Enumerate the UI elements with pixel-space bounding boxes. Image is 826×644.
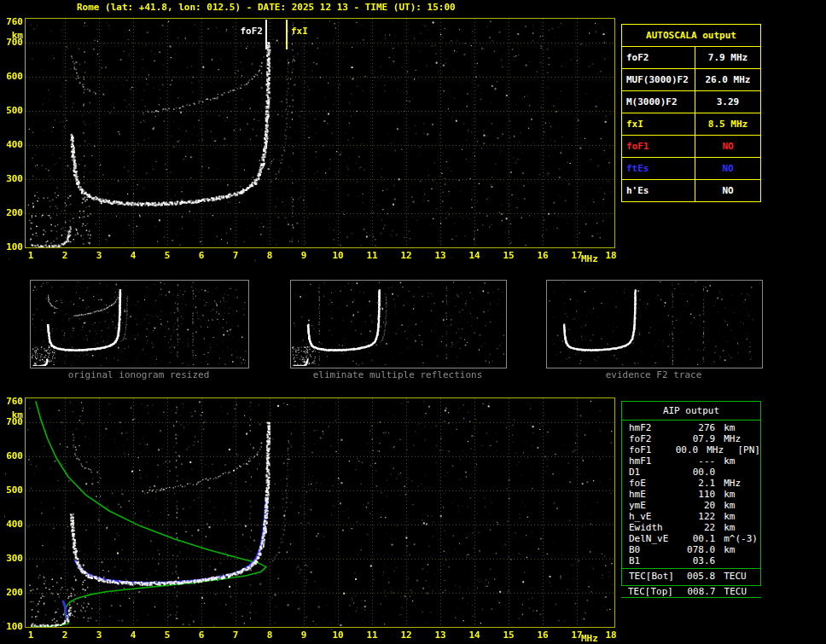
y-tick-label: 400 <box>0 519 23 530</box>
param-value: --- <box>683 455 715 467</box>
param-unit: km <box>715 455 760 467</box>
param-extra: [PN] <box>738 444 761 455</box>
y-tick-label: 700 <box>0 37 23 48</box>
param-unit: TECU <box>716 586 761 597</box>
autoscala-row-fxi: fxI8.5 MHz <box>622 113 760 136</box>
x-tick-label: 14 <box>464 630 485 641</box>
autoscala-row-muf-3000-f2: MUF(3000)F226.0 MHz <box>622 69 760 91</box>
thumb-caption-evidence: evidence F2 trace <box>546 369 761 380</box>
x-tick-label: 11 <box>362 630 382 641</box>
x-tick-label: 2 <box>55 251 75 261</box>
x-tick-label: 15 <box>498 251 519 261</box>
aip-row-tec-top: TEC[Top]008.7TECU <box>621 586 761 597</box>
param-name: foF2 <box>629 433 683 444</box>
param-unit <box>715 555 760 566</box>
x-tick-label: 18 <box>601 630 621 641</box>
x-tick-label: 1 <box>20 630 41 641</box>
param-unit: km <box>715 422 760 433</box>
param-value: 00.0 <box>683 467 715 478</box>
aip-row-fof2: foF207.9MHz <box>622 433 760 444</box>
x-tick-label: 12 <box>396 251 416 261</box>
param-label: foF1 <box>622 136 695 157</box>
aip-row-yme: ymE20km <box>622 500 760 511</box>
thumb-original-canvas <box>31 281 247 366</box>
aip-row-b0: B0078.0km <box>622 544 760 555</box>
top-ionogram-plot <box>25 18 615 248</box>
aip-row-hmf1: hmF1---km <box>622 455 760 467</box>
param-value: NO <box>695 158 760 179</box>
page-title: Rome (lat: +41.8, lon: 012.5) - DATE: 20… <box>77 2 456 13</box>
param-name: TEC[Bot] <box>629 571 683 583</box>
param-unit <box>715 467 760 478</box>
param-value: 110 <box>683 489 715 500</box>
param-value: 2.1 <box>683 478 715 489</box>
thumb-caption-original: original ionogram resized <box>30 369 247 380</box>
param-unit: km <box>715 544 760 555</box>
aip-row-h-ve: h_vE122km <box>622 511 760 522</box>
param-value: 03.6 <box>683 555 715 566</box>
aip-row-b1: B103.6 <box>622 555 760 566</box>
param-name: TEC[Top] <box>628 586 683 597</box>
param-label: foF2 <box>622 47 695 68</box>
param-name: h_vE <box>629 511 683 522</box>
x-tick-label: 17 <box>567 251 587 261</box>
x-tick-label: 8 <box>259 630 280 641</box>
aip-row-hmf2: hmF2276km <box>622 422 760 433</box>
y-tick-label: 200 <box>0 587 23 598</box>
param-name: hmE <box>629 489 683 500</box>
param-unit: km <box>715 500 760 511</box>
param-name: B0 <box>629 544 683 555</box>
y-tick-label: 500 <box>0 484 23 496</box>
aip-row-hme: hmE110km <box>622 489 760 500</box>
foF2-marker-label: foF2 <box>236 26 263 37</box>
x-tick-label: 12 <box>396 630 416 641</box>
param-unit: km <box>715 522 760 533</box>
param-unit: TECU <box>715 571 760 583</box>
aip-table-title: AIP output <box>622 402 760 421</box>
param-name: hmF2 <box>629 422 683 433</box>
autoscala-row-h-es: h'EsNO <box>622 180 760 201</box>
param-value: 8.5 MHz <box>695 113 760 135</box>
x-tick-label: 17 <box>567 630 587 641</box>
autoscala-row-ftes: ftEsNO <box>622 158 760 180</box>
param-value: 078.0 <box>683 544 715 555</box>
param-value: NO <box>695 180 760 201</box>
x-tick-label: 15 <box>498 630 519 641</box>
param-name: DelN_vE <box>629 533 683 544</box>
thumb-evidence-f2 <box>546 280 763 368</box>
x-tick-label: 2 <box>55 630 75 641</box>
autoscala-row-m-3000-f2: M(3000)F23.29 <box>622 91 760 113</box>
aip-row-tec-bot: TEC[Bot]005.8TECU <box>622 568 760 583</box>
param-label: h'Es <box>622 180 695 201</box>
y-tick-label: 700 <box>0 416 23 427</box>
param-unit: MHz <box>715 433 760 444</box>
param-value: 3.29 <box>695 91 760 113</box>
y-tick-label: 600 <box>0 450 23 461</box>
aip-row-ewidth: Ewidth22km <box>622 522 760 533</box>
aip-row-foe: foE2.1MHz <box>622 478 760 489</box>
param-value: 7.9 MHz <box>695 47 760 68</box>
x-tick-label: 3 <box>89 630 109 641</box>
x-tick-label: 8 <box>259 251 280 261</box>
param-label: fxI <box>622 113 695 135</box>
x-tick-label: 3 <box>89 251 109 261</box>
param-value: 22 <box>683 522 715 533</box>
x-tick-label: 10 <box>328 251 348 261</box>
x-tick-label: 14 <box>464 251 485 261</box>
x-tick-label: 11 <box>362 251 382 261</box>
param-unit: km <box>715 489 760 500</box>
param-value: 26.0 MHz <box>695 69 760 90</box>
aip-row-fof1: foF100.0MHz[PN] <box>622 444 760 455</box>
param-label: ftEs <box>622 158 695 179</box>
x-tick-label: 16 <box>532 630 553 641</box>
y-tick-label: 400 <box>0 139 23 150</box>
param-name: hmF1 <box>629 455 683 467</box>
param-value: 122 <box>683 511 715 522</box>
param-value: 20 <box>683 500 715 511</box>
param-value: 005.8 <box>683 571 715 583</box>
autoscala-app-window: Rome (lat: +41.8, lon: 012.5) - DATE: 20… <box>0 0 826 644</box>
param-name: foE <box>629 478 683 489</box>
x-tick-label: 7 <box>225 630 246 641</box>
top-ionogram-canvas <box>26 19 614 247</box>
param-value: 276 <box>683 422 715 433</box>
